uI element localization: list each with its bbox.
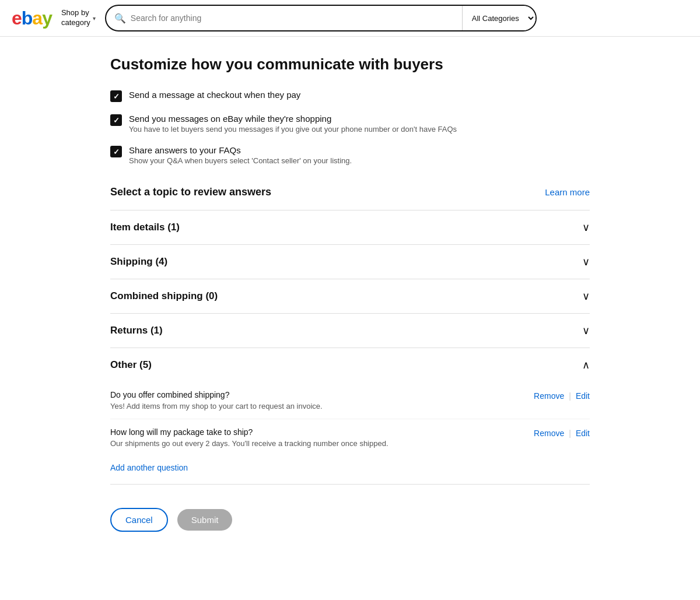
accordion-item-other: Other (5) ∧ Do you offer combined shippi…: [110, 348, 590, 485]
checkbox-faqs-label: Share answers to your FAQs: [129, 145, 352, 155]
faq-section-title: Select a topic to review answers: [110, 186, 271, 198]
logo-b1: b: [22, 8, 33, 29]
logo-a: a: [32, 8, 42, 29]
cancel-button[interactable]: Cancel: [110, 508, 168, 532]
accordion-header-returns[interactable]: Returns (1) ∨: [110, 314, 590, 348]
accordion-title-details: Item details (1): [110, 222, 180, 233]
checkbox-group: Send a message at checkout when they pay…: [110, 90, 590, 165]
accordion-title-returns: Returns (1): [110, 325, 163, 336]
checkbox-messages-sublabel: You have to let buyers send you messages…: [129, 125, 457, 134]
accordion-item-shipping: Shipping (4) ∨: [110, 245, 590, 279]
chevron-down-icon-combined: ∨: [582, 290, 590, 303]
shop-by-category-label: Shop by category: [61, 8, 90, 28]
faq-divider-2: |: [569, 429, 571, 438]
faq-actions-1: Remove | Edit: [534, 391, 590, 401]
checkbox-faqs-sublabel: Show your Q&A when buyers select 'Contac…: [129, 156, 352, 165]
accordion-item-details: Item details (1) ∨: [110, 210, 590, 245]
faq-question-2: How long will my package take to ship?: [110, 427, 388, 437]
faq-answer-1: Yes! Add items from my shop to your cart…: [110, 402, 323, 410]
checkbox-messages[interactable]: [110, 114, 122, 126]
header: ebay Shop by category ▾ 🔍 All Categories: [0, 0, 700, 37]
faq-remove-2[interactable]: Remove: [534, 429, 564, 438]
button-row: Cancel Submit: [110, 508, 590, 532]
accordion-header-combined[interactable]: Combined shipping (0) ∨: [110, 279, 590, 313]
accordion-title-other: Other (5): [110, 359, 152, 371]
checkbox-checkout[interactable]: [110, 90, 122, 102]
search-input[interactable]: [131, 13, 454, 23]
faq-item-combined-shipping: Do you offer combined shipping? Yes! Add…: [110, 382, 590, 419]
submit-button[interactable]: Submit: [177, 509, 233, 531]
accordion-content-other: Do you offer combined shipping? Yes! Add…: [110, 382, 590, 484]
page-title: Customize how you communicate with buyer…: [110, 55, 590, 73]
faq-answer-2: Our shipments go out every 2 days. You'l…: [110, 439, 388, 448]
faq-question-1: Do you offer combined shipping?: [110, 390, 323, 399]
learn-more-link[interactable]: Learn more: [545, 187, 590, 197]
accordion-header-details[interactable]: Item details (1) ∨: [110, 210, 590, 244]
faq-divider-1: |: [569, 391, 571, 401]
accordion-header-other[interactable]: Other (5) ∧: [110, 348, 590, 382]
checkbox-item-checkout: Send a message at checkout when they pay: [110, 90, 590, 102]
chevron-up-icon-other: ∧: [582, 359, 590, 371]
logo-e: e: [12, 8, 22, 29]
checkbox-faqs[interactable]: [110, 146, 122, 157]
faq-section-header: Select a topic to review answers Learn m…: [110, 186, 590, 198]
logo-y: y: [42, 8, 52, 29]
checkbox-item-faqs: Share answers to your FAQs Show your Q&A…: [110, 145, 590, 165]
checkbox-checkout-text: Send a message at checkout when they pay: [129, 90, 300, 100]
search-input-wrap: 🔍: [106, 6, 462, 30]
checkbox-messages-text: Send you messages on eBay while they're …: [129, 114, 457, 134]
main-content: Customize how you communicate with buyer…: [96, 37, 604, 567]
checkbox-messages-label: Send you messages on eBay while they're …: [129, 114, 457, 124]
accordion-header-shipping[interactable]: Shipping (4) ∨: [110, 245, 590, 279]
chevron-down-icon-shipping: ∨: [582, 255, 590, 268]
checkbox-checkout-label: Send a message at checkout when they pay: [129, 90, 300, 100]
checkbox-item-messages: Send you messages on eBay while they're …: [110, 114, 590, 134]
category-select[interactable]: All Categories: [462, 6, 536, 30]
faq-text-ship-time: How long will my package take to ship? O…: [110, 427, 388, 448]
search-icon: 🔍: [114, 13, 126, 24]
faq-text-combined-shipping: Do you offer combined shipping? Yes! Add…: [110, 390, 323, 410]
faq-actions-2: Remove | Edit: [534, 429, 590, 438]
chevron-down-icon-returns: ∨: [582, 324, 590, 337]
ebay-logo: ebay: [12, 8, 52, 29]
faq-remove-1[interactable]: Remove: [534, 391, 564, 401]
faq-item-ship-time: How long will my package take to ship? O…: [110, 419, 590, 456]
shop-by-category[interactable]: Shop by category ▾: [61, 8, 96, 28]
faq-edit-1[interactable]: Edit: [576, 391, 590, 401]
add-question-link[interactable]: Add another question: [110, 463, 188, 472]
faq-edit-2[interactable]: Edit: [576, 429, 590, 438]
accordion-item-combined: Combined shipping (0) ∨: [110, 279, 590, 314]
chevron-down-icon-details: ∨: [582, 221, 590, 234]
accordion: Item details (1) ∨ Shipping (4) ∨ Combin…: [110, 210, 590, 485]
search-bar: 🔍 All Categories: [105, 5, 537, 31]
chevron-down-icon: ▾: [93, 15, 96, 22]
accordion-item-returns: Returns (1) ∨: [110, 314, 590, 348]
accordion-title-shipping: Shipping (4): [110, 256, 167, 268]
accordion-title-combined: Combined shipping (0): [110, 290, 218, 302]
checkbox-faqs-text: Share answers to your FAQs Show your Q&A…: [129, 145, 352, 165]
